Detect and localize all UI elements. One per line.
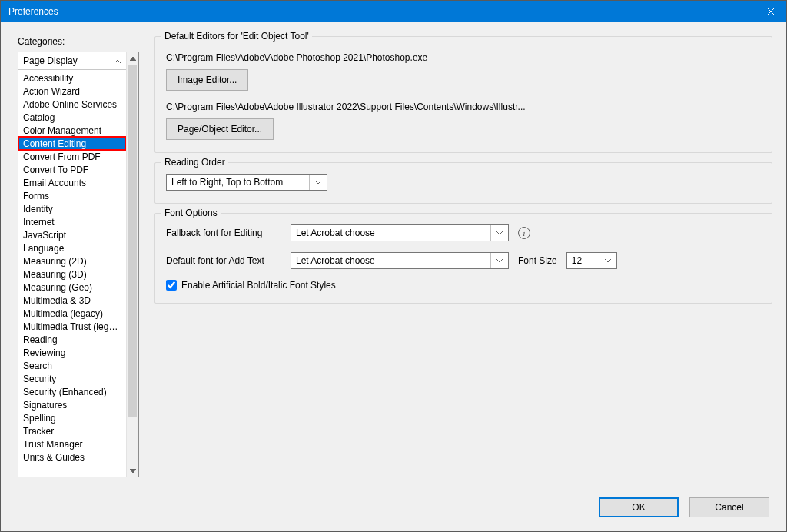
dialog-footer: OK Cancel: [1, 487, 786, 531]
font-size-label: Font Size: [518, 255, 557, 266]
info-icon[interactable]: i: [518, 227, 530, 239]
category-item[interactable]: Measuring (Geo): [18, 281, 126, 294]
category-item[interactable]: Accessibility: [18, 71, 126, 85]
category-item[interactable]: Internet: [18, 215, 126, 228]
categories-label: Categories:: [18, 36, 139, 47]
categories-column: Categories: Page Display AccessibilityAc…: [18, 36, 139, 487]
fallback-font-value: Let Acrobat choose: [296, 228, 375, 238]
page-editor-button[interactable]: Page/Object Editor...: [166, 118, 274, 140]
default-editors-group: Default Editors for 'Edit Object Tool' C…: [154, 36, 772, 153]
reading-order-select[interactable]: Left to Right, Top to Bottom: [166, 174, 327, 191]
addtext-font-select[interactable]: Let Acrobat choose: [291, 252, 509, 269]
font-options-group: Font Options Fallback font for Editing L…: [154, 213, 772, 304]
chevron-down-icon: [490, 253, 503, 268]
chevron-down-icon: [490, 225, 503, 241]
window-title: Preferences: [8, 6, 755, 17]
categories-inner: Page Display AccessibilityAction WizardA…: [18, 52, 126, 477]
category-item[interactable]: Convert From PDF: [18, 150, 126, 163]
close-icon: [767, 8, 775, 15]
reading-order-title: Reading Order: [161, 157, 228, 168]
page-editor-path: C:\Program Files\Adobe\Adobe Illustrator…: [166, 101, 761, 112]
category-item[interactable]: Measuring (3D): [18, 268, 126, 281]
dialog-body: Categories: Page Display AccessibilityAc…: [1, 22, 786, 531]
cancel-button[interactable]: Cancel: [689, 497, 769, 517]
addtext-font-label: Default font for Add Text: [166, 255, 281, 266]
settings-column: Default Editors for 'Edit Object Tool' C…: [154, 36, 772, 487]
fallback-font-label: Fallback font for Editing: [166, 228, 281, 238]
font-size-select[interactable]: 12: [566, 252, 617, 269]
category-item[interactable]: Reading: [18, 333, 126, 346]
scroll-thumb[interactable]: [128, 65, 137, 417]
category-item[interactable]: Reviewing: [18, 346, 126, 359]
category-item[interactable]: Forms: [18, 189, 126, 202]
category-item[interactable]: Measuring (2D): [18, 254, 126, 268]
ok-button[interactable]: OK: [599, 497, 679, 517]
category-item[interactable]: Trust Manager: [18, 437, 126, 451]
chevron-up-icon: [114, 55, 121, 66]
close-button[interactable]: [755, 1, 786, 22]
preferences-dialog: Preferences Categories: Page Display: [0, 0, 787, 532]
content-area: Categories: Page Display AccessibilityAc…: [1, 22, 786, 487]
category-item[interactable]: Language: [18, 241, 126, 254]
scroll-down-button[interactable]: [127, 464, 138, 477]
category-top-item[interactable]: Page Display: [18, 52, 126, 70]
category-item[interactable]: Identity: [18, 202, 126, 215]
category-item[interactable]: JavaScript: [18, 228, 126, 241]
default-editors-title: Default Editors for 'Edit Object Tool': [161, 31, 312, 42]
category-item[interactable]: Security (Enhanced): [18, 385, 126, 398]
category-top-label: Page Display: [23, 55, 78, 66]
category-items: AccessibilityAction WizardAdobe Online S…: [18, 70, 126, 465]
fallback-font-select[interactable]: Let Acrobat choose: [291, 224, 509, 241]
reading-order-group: Reading Order Left to Right, Top to Bott…: [154, 162, 772, 204]
category-item[interactable]: Multimedia Trust (legacy): [18, 320, 126, 333]
category-item[interactable]: Signatures: [18, 398, 126, 411]
reading-order-value: Left to Right, Top to Bottom: [171, 177, 283, 188]
category-item[interactable]: Convert To PDF: [18, 163, 126, 176]
category-item[interactable]: Spelling: [18, 411, 126, 424]
scroll-up-button[interactable]: [127, 52, 138, 65]
categories-scrollbar[interactable]: [126, 52, 138, 477]
category-item[interactable]: Multimedia (legacy): [18, 307, 126, 320]
chevron-down-icon: [309, 175, 322, 190]
category-item[interactable]: Catalog: [18, 111, 126, 124]
category-item[interactable]: Search: [18, 359, 126, 372]
category-item[interactable]: Email Accounts: [18, 176, 126, 189]
font-options-title: Font Options: [161, 208, 221, 218]
category-item[interactable]: Content Editing: [18, 137, 126, 150]
category-item[interactable]: Security: [18, 372, 126, 385]
category-item[interactable]: Color Management: [18, 124, 126, 137]
category-item[interactable]: Action Wizard: [18, 85, 126, 98]
chevron-down-icon: [599, 253, 612, 268]
enable-artificial-checkbox[interactable]: [166, 280, 177, 291]
categories-list: Page Display AccessibilityAction WizardA…: [18, 52, 139, 477]
addtext-font-value: Let Acrobat choose: [296, 255, 375, 266]
scroll-track[interactable]: [127, 65, 138, 464]
category-item[interactable]: Units & Guides: [18, 451, 126, 464]
category-item[interactable]: Adobe Online Services: [18, 98, 126, 111]
enable-artificial-label: Enable Artificial Bold/Italic Font Style…: [181, 280, 336, 291]
category-item[interactable]: Multimedia & 3D: [18, 294, 126, 307]
image-editor-path: C:\Program Files\Adobe\Adobe Photoshop 2…: [166, 52, 761, 63]
titlebar: Preferences: [1, 1, 786, 22]
font-size-value: 12: [572, 255, 582, 266]
category-item[interactable]: Tracker: [18, 424, 126, 437]
image-editor-button[interactable]: Image Editor...: [166, 69, 248, 91]
